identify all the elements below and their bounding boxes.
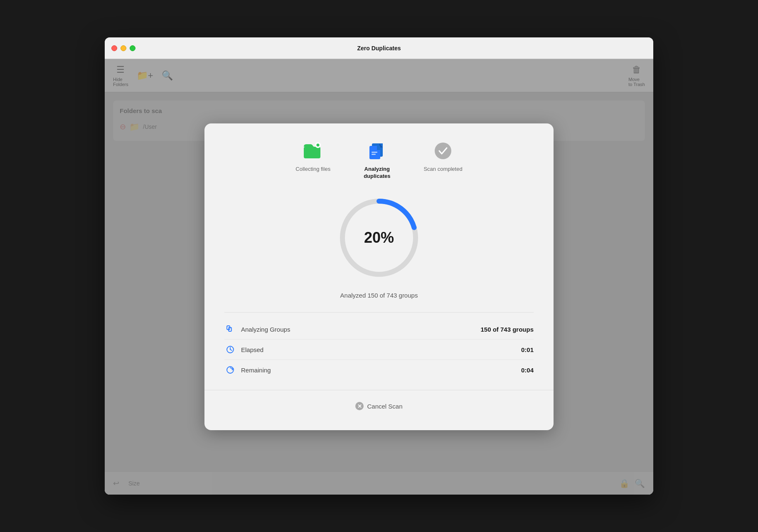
stat-row-elapsed: Elapsed 0:01	[224, 340, 534, 360]
steps-row: Collecting files	[224, 140, 534, 180]
svg-rect-10	[320, 144, 321, 145]
progress-percent: 20%	[364, 229, 394, 246]
analyzing-groups-label: Analyzing Groups	[241, 326, 480, 333]
step-collecting: Collecting files	[295, 140, 330, 180]
progress-ring: 20%	[337, 196, 421, 279]
step-completed: Scan completed	[423, 140, 462, 180]
completed-icon-wrap	[432, 140, 454, 162]
svg-rect-14	[372, 154, 376, 155]
stat-row-remaining: Remaining 0:04	[224, 360, 534, 380]
collecting-label: Collecting files	[295, 166, 330, 173]
stats-section: Analyzing Groups 150 of 743 groups E	[224, 312, 534, 380]
cancel-scan-button[interactable]: ✕ Cancel Scan	[347, 399, 411, 414]
svg-rect-7	[317, 142, 318, 143]
collecting-icon-wrap	[302, 140, 324, 162]
elapsed-icon	[224, 344, 236, 355]
scan-completed-icon	[434, 142, 452, 160]
analyzing-label: Analyzingduplicates	[364, 166, 390, 180]
remaining-label: Remaining	[241, 367, 521, 374]
svg-point-2	[317, 143, 320, 146]
svg-line-22	[230, 350, 232, 350]
analyzing-groups-icon	[224, 323, 236, 335]
analyzing-icon-wrap	[366, 140, 388, 162]
scan-progress-modal: Collecting files	[204, 123, 554, 431]
minimize-button[interactable]	[121, 45, 126, 51]
maximize-button[interactable]	[130, 45, 135, 51]
elapsed-value: 0:01	[521, 346, 534, 353]
collecting-files-icon	[303, 142, 323, 160]
titlebar: Zero Duplicates	[105, 37, 653, 59]
svg-rect-9	[315, 144, 316, 145]
app-window: Zero Duplicates ☰ HideFolders 📁+ 🔍 🗑 Mov…	[105, 37, 653, 495]
analyzing-groups-value: 150 of 743 groups	[480, 326, 534, 333]
close-button[interactable]	[111, 45, 117, 51]
stat-row-analyzing-groups: Analyzing Groups 150 of 743 groups	[224, 319, 534, 340]
step-analyzing: Analyzingduplicates	[364, 140, 390, 180]
cancel-icon: ✕	[355, 402, 364, 410]
remaining-value: 0:04	[521, 367, 534, 374]
svg-rect-13	[372, 152, 377, 153]
modal-overlay: Collecting files	[105, 59, 653, 495]
traffic-lights	[111, 45, 135, 51]
remaining-icon	[224, 364, 236, 376]
cancel-scan-label: Cancel Scan	[367, 403, 402, 410]
app-content: ☰ HideFolders 📁+ 🔍 🗑 Moveto Trash Folder…	[105, 59, 653, 495]
svg-rect-8	[317, 147, 318, 148]
completed-label: Scan completed	[423, 166, 462, 173]
elapsed-label: Elapsed	[241, 346, 521, 353]
progress-container: 20%	[224, 196, 534, 279]
progress-subtitle: Analyzed 150 of 743 groups	[224, 292, 534, 299]
svg-point-15	[435, 143, 451, 159]
svg-rect-0	[304, 147, 320, 158]
window-title: Zero Duplicates	[357, 45, 401, 52]
analyzing-duplicates-icon	[366, 140, 388, 162]
